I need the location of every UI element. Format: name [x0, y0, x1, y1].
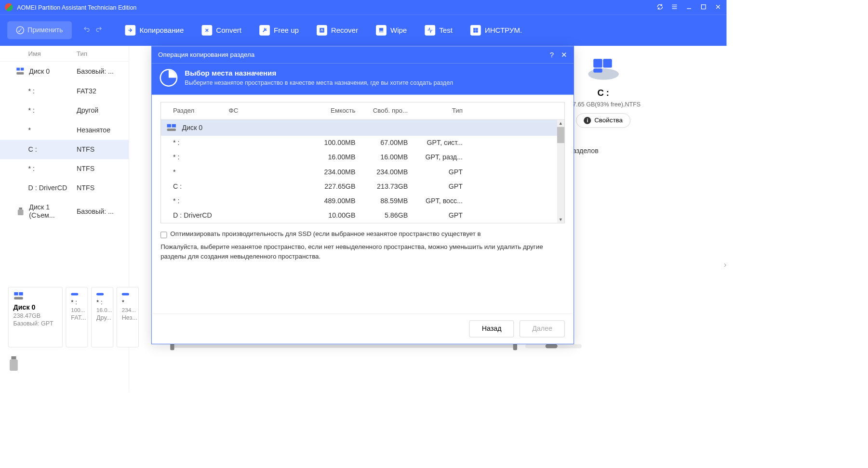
- disk-list-row[interactable]: * :FAT32: [0, 82, 129, 101]
- help-icon[interactable]: ?: [550, 51, 554, 59]
- toolbar-freeup[interactable]: Free up: [252, 25, 306, 36]
- col-type: Тип: [411, 103, 467, 119]
- disk-section-label: Диск 0: [182, 124, 202, 132]
- ssd-optimize-checkbox[interactable]: Оптимизировать производительность для SS…: [160, 231, 565, 238]
- svg-rect-19: [10, 360, 18, 371]
- chevron-right-icon: ›: [724, 260, 727, 269]
- svg-rect-3: [476, 28, 478, 30]
- apply-button[interactable]: ✓ Применить: [7, 21, 72, 39]
- svg-rect-16: [19, 292, 23, 296]
- toolbar-recover[interactable]: Recover: [309, 25, 365, 36]
- dialog-subheading: Выберите незанятое пространство в качест…: [185, 79, 453, 86]
- toolbar-convert-label: Convert: [216, 26, 241, 35]
- dialog-titlebar: Операция копирования раздела ? ✕: [152, 46, 574, 63]
- row-type: FAT32: [77, 88, 129, 96]
- bottom-disk2: [8, 355, 19, 371]
- titlebar: AOMEI Partition Assistant Technician Edi…: [0, 0, 726, 14]
- dialog-body: Раздел ФС Емкость Своб. про... Тип Диск …: [152, 95, 574, 313]
- partition-list-body[interactable]: Диск 0 * :100.00MB67.00MBGPT, сист...* :…: [161, 120, 564, 223]
- horizontal-scrollbar[interactable]: [525, 344, 582, 348]
- copy-icon: [125, 25, 135, 36]
- disk-map-mini[interactable]: * :100...FAT...: [66, 287, 88, 348]
- toolbar-convert[interactable]: Convert: [194, 25, 249, 36]
- dialog-close-icon[interactable]: ✕: [561, 51, 567, 59]
- toolbar-wipe[interactable]: Wipe: [369, 25, 414, 36]
- svg-rect-18: [11, 356, 16, 360]
- partition-row[interactable]: * :489.00MB88.59MBGPT, восс...: [161, 194, 564, 208]
- toolbar-wipe-label: Wipe: [390, 26, 407, 35]
- properties-button[interactable]: i Свойства: [576, 113, 630, 128]
- close-icon[interactable]: [714, 3, 721, 12]
- refresh-icon[interactable]: [656, 3, 664, 12]
- tools-icon: [470, 25, 481, 36]
- svg-rect-2: [473, 28, 475, 30]
- toolbar-tools[interactable]: ИНСТРУМ.: [463, 25, 530, 36]
- svg-rect-5: [476, 30, 478, 32]
- disk-map-main[interactable]: Диск 0 238.47GB Базовый: GPT: [8, 287, 63, 348]
- redo-icon[interactable]: [95, 26, 102, 35]
- row-name: Диск 0: [29, 68, 50, 76]
- partition-list-header: Раздел ФС Емкость Своб. про... Тип: [161, 103, 564, 120]
- row-name: *: [28, 126, 31, 134]
- row-type: Другой: [77, 107, 129, 115]
- minimize-icon[interactable]: [685, 3, 693, 12]
- usb-icon: [8, 355, 19, 371]
- svg-rect-12: [593, 59, 602, 67]
- partition-row[interactable]: * :100.00MB67.00MBGPT, сист...: [161, 136, 564, 150]
- app-logo-icon: [5, 3, 13, 12]
- copy-partition-dialog: Операция копирования раздела ? ✕ Выбор м…: [151, 46, 574, 344]
- row-name: * :: [28, 165, 35, 173]
- toolbar-copy[interactable]: Копирование: [118, 25, 191, 36]
- col-capacity: Емкость: [286, 103, 359, 119]
- partition-row[interactable]: *234.00MB234.00MBGPT: [161, 165, 564, 179]
- toolbar: ✓ Применить Копирование Convert Free up …: [0, 14, 726, 46]
- back-button[interactable]: Назад: [469, 320, 514, 337]
- disk-list-row[interactable]: C :NTFS: [0, 140, 129, 159]
- wipe-icon: [376, 25, 387, 36]
- toolbar-copy-label: Копирование: [139, 26, 184, 35]
- partition-row[interactable]: * :16.00MB16.00MBGPT, разд...: [161, 150, 564, 165]
- maximize-icon[interactable]: [700, 3, 707, 12]
- convert-icon: [201, 25, 212, 36]
- menu-icon[interactable]: [671, 3, 678, 12]
- disk-list-row[interactable]: * :Другой: [0, 101, 129, 120]
- ssd-optimize-label: Оптимизировать производительность для SS…: [170, 231, 481, 238]
- row-type: NTFS: [77, 184, 129, 193]
- disk-map-mini[interactable]: * :16.0...Дру...: [91, 287, 113, 348]
- svg-rect-17: [14, 297, 23, 299]
- dialog-header: Выбор места назначения Выберите незанято…: [152, 63, 574, 94]
- toolbar-recover-label: Recover: [331, 26, 358, 35]
- toolbar-test[interactable]: Test: [417, 25, 460, 36]
- dialog-footer: Назад Далее: [152, 313, 574, 344]
- freeup-icon: [259, 25, 270, 36]
- disk-map-mini[interactable]: *234...Нез...: [117, 287, 139, 348]
- partition-row[interactable]: D : DriverCD10.00GB5.86GBGPT: [161, 208, 564, 223]
- row-type: Базовый: ...: [77, 208, 129, 216]
- disk-list-row[interactable]: Диск 0Базовый: ...: [0, 62, 129, 82]
- partition-list: Раздел ФС Емкость Своб. про... Тип Диск …: [160, 102, 565, 223]
- row-name: * :: [28, 88, 35, 96]
- svg-rect-1: [379, 28, 383, 31]
- svg-point-11: [588, 68, 619, 79]
- undo-icon[interactable]: [83, 26, 90, 35]
- row-name: * :: [28, 107, 35, 115]
- disk-list-row[interactable]: *Незанятое: [0, 120, 129, 140]
- row-name: Диск 1 (Съем...: [29, 204, 77, 220]
- row-name: C :: [28, 145, 37, 154]
- partition-slider[interactable]: [170, 345, 517, 348]
- row-type: NTFS: [77, 165, 129, 173]
- next-button: Далее: [520, 320, 565, 337]
- svg-rect-10: [18, 209, 24, 215]
- toolbar-freeup-label: Free up: [274, 26, 299, 35]
- disk-list-row[interactable]: * :NTFS: [0, 159, 129, 179]
- svg-rect-13: [603, 59, 612, 67]
- ssd-optimize-input[interactable]: [160, 232, 167, 238]
- disk-list-row[interactable]: Диск 1 (Съем...Базовый: ...: [0, 198, 129, 225]
- recover-icon: [317, 25, 327, 36]
- disk-list-row[interactable]: D : DriverCDNTFS: [0, 179, 129, 198]
- disk-section-row[interactable]: Диск 0: [161, 120, 564, 136]
- info-icon: i: [584, 117, 591, 124]
- list-scrollbar[interactable]: ▲ ▼: [557, 120, 564, 223]
- partition-row[interactable]: C :227.65GB213.73GBGPT: [161, 179, 564, 194]
- svg-rect-0: [701, 4, 706, 9]
